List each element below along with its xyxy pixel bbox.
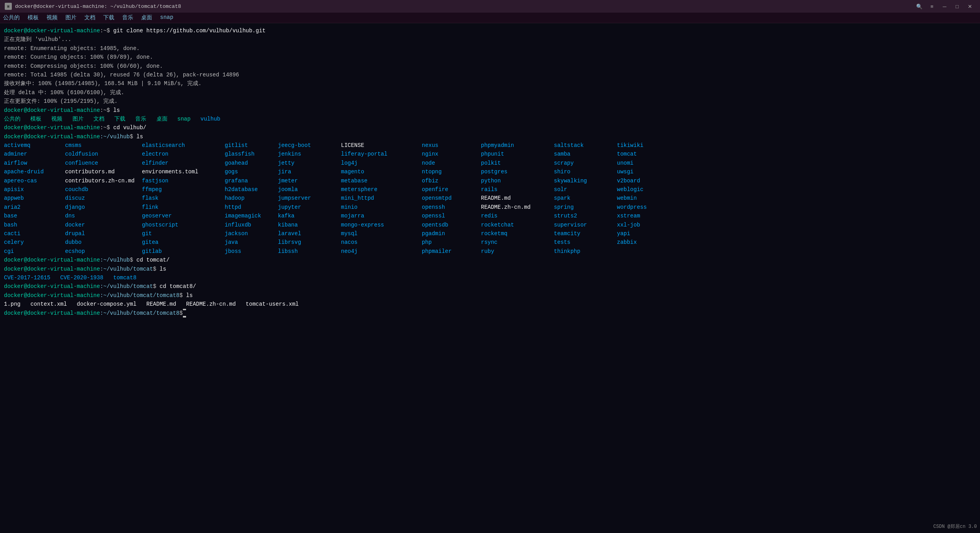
prompt-user-7: docker@docker-virtual-machine [4,282,100,291]
prompt-user-6: docker@docker-virtual-machine [4,265,100,273]
menu-item-moban[interactable]: 模板 [28,14,39,21]
cmd-cd-tomcat: cd tomcat/ [133,256,170,264]
prompt-user-2: docker@docker-virtual-machine [4,106,100,115]
watermark: CSDN @郑居cn 3.0 [933,523,977,530]
app-icon: ▣ [5,3,12,10]
ls-1png: 1.png [4,300,30,308]
prompt-path-7: :~/vulhub/tomcat [100,282,153,291]
cmd-ls1: ls [110,106,120,115]
ls-item-moban: 模板 [30,115,51,123]
prompt-user-4: docker@docker-virtual-machine [4,132,100,141]
terminal-line-final: docker@docker-virtual-machine:~/vulhub/t… [4,309,976,318]
output-count: remote: Counting objects: 100% (89/89), … [4,53,976,61]
titlebar-left: ▣ docker@docker-virtual-machine: ~/vulhu… [5,3,181,10]
prompt-sym-8: $ [179,291,183,300]
terminal-content[interactable]: docker@docker-virtual-machine:~$ git clo… [0,23,980,533]
cmd-cd-vulhub: cd vulhub/ [110,123,146,132]
cmd-ls2: ls [133,132,143,141]
prompt-user-8: docker@docker-virtual-machine [4,291,100,300]
prompt-path-8: :~/vulhub/tomcat/tomcat8 [100,291,180,300]
terminal-line-cd-vulhub: docker@docker-virtual-machine:~$ cd vulh… [4,123,976,132]
ls-tomcat-output: CVE-2017-12615 CVE-2020-1938 tomcat8 [4,273,976,282]
ls-col-2: cmsms coldfusion confluence contributors… [65,141,142,256]
menubar: 公共的 模板 视频 图片 文档 下载 音乐 桌面 snap [0,13,980,23]
prompt-sym-7: $ [153,282,156,291]
ls-item-zhuomian: 桌面 [157,115,177,123]
prompt-sym-5: $ [130,256,133,264]
menu-item-shipin[interactable]: 视频 [47,14,58,21]
terminal-line-1: docker@docker-virtual-machine:~$ git clo… [4,26,976,35]
ls-col-3: elasticsearch electron elfinder environm… [142,141,225,256]
search-button[interactable]: 🔍 [914,1,925,12]
output-update: 正在更新文件: 100% (2195/2195), 完成. [4,97,976,106]
terminal-window: ▣ docker@docker-virtual-machine: ~/vulhu… [0,0,980,533]
ls-col-6: LICENSE liferay-portal log4j magento met… [341,141,422,256]
prompt-user-5: docker@docker-virtual-machine [4,256,100,264]
prompt-user: docker@docker-virtual-machine [4,26,100,35]
ls-item-tupian: 图片 [73,115,93,123]
output-delta: 处理 delta 中: 100% (6100/6100), 完成. [4,88,976,97]
ls-item-shipin: 视频 [51,115,72,123]
titlebar: ▣ docker@docker-virtual-machine: ~/vulhu… [0,0,980,13]
terminal-line-cd-tomcat: docker@docker-virtual-machine:~/vulhub$ … [4,256,976,264]
terminal-line-ls-tomcat: docker@docker-virtual-machine:~/vulhub/t… [4,265,976,273]
prompt-sym-6: $ [153,265,156,273]
output-total: remote: Total 14985 (delta 30), reused 7… [4,71,976,79]
cmd-ls-tomcat: ls [156,265,166,273]
prompt-sym-2: :~$ [100,106,110,115]
output-receive: 接收对象中: 100% (14985/14985), 168.54 MiB | … [4,79,976,88]
ls-output-1: 公共的 模板 视频 图片 文档 下载 音乐 桌面 snap vulhub [4,115,976,123]
ls-col-7: nexus nginx node ntopng ofbiz openfire o… [422,141,481,256]
menu-item-tupian[interactable]: 图片 [65,14,76,21]
prompt-path-6: :~/vulhub/tomcat [100,265,153,273]
prompt-sym: :~$ [100,26,110,35]
prompt-sym-4: $ [130,132,133,141]
output-enum: remote: Enumerating objects: 14985, done… [4,44,976,53]
ls-item-snap: snap [177,115,201,123]
ls-item-xiazai: 下载 [114,115,135,123]
terminal-line-ls-tomcat8: docker@docker-virtual-machine:~/vulhub/t… [4,291,976,300]
ls-tomcat8-output: 1.png context.xml docker-compose.yml REA… [4,300,976,308]
cursor[interactable]: █ [183,309,186,318]
menu-item-yinyue[interactable]: 音乐 [122,14,133,21]
ls-col-5: jeecg-boot jenkins jetty jira jmeter joo… [278,141,341,256]
prompt-path-5: :~/vulhub [100,256,130,264]
ls-item-wenjian: 文档 [93,115,114,123]
menu-item-snap[interactable]: snap [160,14,173,21]
ls-tomcat8: tomcat8 [113,273,136,282]
ls-col-1: activemq adminer airflow apache-druid ap… [4,141,65,256]
prompt-sym-3: :~$ [100,123,110,132]
prompt-user-9: docker@docker-virtual-machine [4,309,100,318]
output-cloning: 正在克隆到 'vulhub'... [4,35,976,44]
titlebar-controls[interactable]: 🔍 ≡ ─ □ ✕ [914,1,975,12]
ls-cve-2017: CVE-2017-12615 [4,273,60,282]
menu-item-zhuomian[interactable]: 桌面 [141,14,152,21]
cmd-cd-tomcat8: cd tomcat8/ [156,282,196,291]
minimize-button[interactable]: ─ [939,1,950,12]
menu-button[interactable]: ≡ [926,1,937,12]
menu-item-xiazai[interactable]: 下载 [103,14,114,21]
ls-col-9: saltstack samba scrapy shiro skywalking … [554,141,617,256]
maximize-button[interactable]: □ [952,1,963,12]
prompt-path-9: :~/vulhub/tomcat/tomcat8 [100,309,180,318]
ls-tomcat-users: tomcat-users.xml [246,300,298,308]
ls-context-xml: context.xml [30,300,77,308]
cmd-ls-tomcat8: ls [183,291,193,300]
prompt-path-4: :~/vulhub [100,132,130,141]
ls-item-vulhub: vulhub [201,115,220,123]
titlebar-title: docker@docker-virtual-machine: ~/vulhub/… [15,4,181,9]
prompt-user-3: docker@docker-virtual-machine [4,123,100,132]
terminal-line-cd-tomcat8: docker@docker-virtual-machine:~/vulhub/t… [4,282,976,291]
prompt-sym-9: $ [179,309,183,318]
menu-item-wenjian[interactable]: 文档 [84,14,95,21]
ls-col-10: tikiwiki tomcat unomi uwsgi v2board webl… [617,141,668,256]
ls-grid-container: activemq adminer airflow apache-druid ap… [4,141,976,256]
close-button[interactable]: ✕ [964,1,975,12]
ls-item-gongong: 公共的 [4,115,30,123]
ls-col-8: phpmyadmin phpunit polkit postgres pytho… [481,141,554,256]
ls-readme: README.md [146,300,186,308]
output-compress: remote: Compressing objects: 100% (60/60… [4,62,976,71]
menu-item-gonggong[interactable]: 公共的 [3,14,20,21]
ls-cve-2020: CVE-2020-1938 [60,273,113,282]
cmd-git-clone: git clone https://github.com/vulhub/vulh… [110,26,266,35]
